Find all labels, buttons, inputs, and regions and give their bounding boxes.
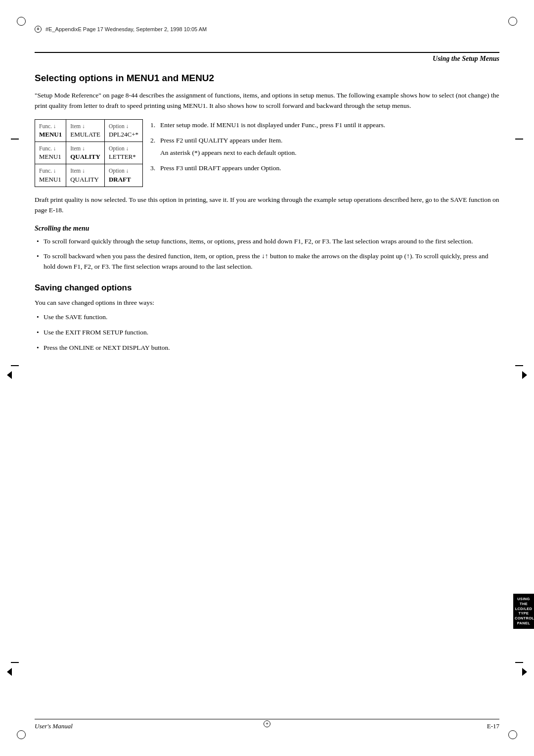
menu-table-container: Func. ↓ MENU1 Item ↓ EMULATE Option ↓ DP… <box>35 119 138 187</box>
step-text-2: Press F2 until QUALITY appears under Ite… <box>160 137 282 144</box>
list-item: 3. Press F3 until DRAFT appears under Op… <box>150 163 499 174</box>
right-arrow-bot <box>522 668 527 676</box>
table-cell-option2: Option ↓ LETTER* <box>104 142 142 164</box>
func-value-1: MENU1 <box>39 130 62 139</box>
option-label-3: Option ↓ <box>109 167 138 175</box>
corner-mark-br <box>504 726 519 741</box>
left-tick-top <box>11 139 19 140</box>
step-text-1: Enter setup mode. If MENU1 is not displa… <box>160 121 385 129</box>
item-label-2: Item ↓ <box>70 144 100 152</box>
step-number-3: 3. <box>150 163 155 174</box>
list-item: 1. Enter setup mode. If MENU1 is not dis… <box>150 120 499 131</box>
item-value-3: QUALITY <box>70 175 100 184</box>
item-label-3: Item ↓ <box>70 167 100 175</box>
side-tab-line2: LCD/LED TYPE <box>515 607 533 616</box>
table-cell-func1: Func. ↓ MENU1 <box>35 119 66 142</box>
table-row: Func. ↓ MENU1 Item ↓ QUALITY Option ↓ DR… <box>35 164 143 187</box>
side-tab-line1: USING THE <box>517 597 530 606</box>
func-label-2: Func. ↓ <box>39 144 62 152</box>
saving-section: Saving changed options You can save chan… <box>35 283 499 353</box>
func-value-3: MENU1 <box>39 175 62 184</box>
right-tick-top <box>514 139 523 140</box>
menu-table: Func. ↓ MENU1 Item ↓ EMULATE Option ↓ DP… <box>35 119 143 187</box>
section1-heading: Selecting options in MENU1 and MENU2 <box>35 73 499 84</box>
option-value-2: LETTER* <box>109 152 138 161</box>
list-item: Press the ONLINE or NEXT DISPLAY button. <box>35 343 499 353</box>
item-label-1: Item ↓ <box>70 122 100 130</box>
item-value-1: EMULATE <box>70 130 100 139</box>
step-number-1: 1. <box>150 120 155 131</box>
left-line-bot <box>11 662 19 663</box>
section-header-title: Using the Setup Menus <box>433 55 499 63</box>
steps-container: 1. Enter setup mode. If MENU1 is not dis… <box>150 119 499 187</box>
after-table-text: Draft print quality is now selected. To … <box>35 195 499 216</box>
func-label-1: Func. ↓ <box>39 122 62 130</box>
corner-mark-bl <box>15 726 30 741</box>
step-text-3: Press F3 until DRAFT appears under Optio… <box>160 164 281 172</box>
table-cell-item1: Item ↓ EMULATE <box>66 119 105 142</box>
func-value-2: MENU1 <box>39 152 62 161</box>
option-label-1: Option ↓ <box>109 122 138 130</box>
table-cell-item2: Item ↓ QUALITY <box>66 142 105 164</box>
footer-left: User's Manual <box>35 722 73 730</box>
side-tab-line3: CONTROL PANEL <box>515 616 534 625</box>
table-row: Func. ↓ MENU1 Item ↓ QUALITY Option ↓ LE… <box>35 142 143 164</box>
registration-mark-bottom <box>264 718 270 727</box>
item-value-2: QUALITY <box>70 152 100 161</box>
scrolling-bullets: To scroll forward quickly through the se… <box>35 236 499 273</box>
table-cell-option1: Option ↓ DPL24C+* <box>104 119 142 142</box>
left-arrow-bot <box>7 668 12 676</box>
option-value-3: DRAFT <box>109 175 138 184</box>
right-line-bot <box>515 662 523 663</box>
func-label-3: Func. ↓ <box>39 167 62 175</box>
left-arrow-mid <box>7 371 12 379</box>
file-info-bar: #E_AppendixE Page 17 Wednesday, Septembe… <box>35 26 499 33</box>
section-header: Using the Setup Menus <box>35 52 499 63</box>
footer-right: E-17 <box>487 722 499 730</box>
corner-mark-tr <box>504 15 519 30</box>
table-cell-func2: Func. ↓ MENU1 <box>35 142 66 164</box>
table-row: Func. ↓ MENU1 Item ↓ EMULATE Option ↓ DP… <box>35 119 143 142</box>
scrolling-heading: Scrolling the menu <box>35 225 499 233</box>
list-item: 2. Press F2 until QUALITY appears under … <box>150 136 499 158</box>
list-item: To scroll backward when you pass the des… <box>35 251 499 272</box>
saving-bullets: Use the SAVE function. Use the EXIT FROM… <box>35 312 499 353</box>
saving-heading: Saving changed options <box>35 283 499 293</box>
left-line-mid <box>11 365 19 366</box>
right-arrow-mid <box>522 371 527 379</box>
list-item: Use the EXIT FROM SETUP function. <box>35 328 499 338</box>
option-label-2: Option ↓ <box>109 144 138 152</box>
option-value-1: DPL24C+* <box>109 130 138 139</box>
corner-mark-tl <box>15 15 30 30</box>
side-tab: USING THE LCD/LED TYPE CONTROL PANEL <box>513 594 534 629</box>
step-note-2: An asterisk (*) appears next to each def… <box>160 148 499 158</box>
file-info-text: #E_AppendixE Page 17 Wednesday, Septembe… <box>45 26 207 32</box>
table-cell-func3: Func. ↓ MENU1 <box>35 164 66 187</box>
list-item: To scroll forward quickly through the se… <box>35 236 499 247</box>
table-cell-item3: Item ↓ QUALITY <box>66 164 105 187</box>
main-content: Using the Setup Menus Selecting options … <box>35 52 499 707</box>
scrolling-section: Scrolling the menu To scroll forward qui… <box>35 225 499 273</box>
right-line-mid <box>515 365 523 366</box>
table-steps-layout: Func. ↓ MENU1 Item ↓ EMULATE Option ↓ DP… <box>35 119 499 187</box>
saving-intro: You can save changed options in three wa… <box>35 298 499 308</box>
section1-intro: "Setup Mode Reference" on page 8-44 desc… <box>35 91 499 111</box>
step-number-2: 2. <box>150 136 155 146</box>
steps-list: 1. Enter setup mode. If MENU1 is not dis… <box>150 120 499 174</box>
table-cell-option3: Option ↓ DRAFT <box>104 164 142 187</box>
list-item: Use the SAVE function. <box>35 312 499 323</box>
registration-mark-top <box>35 26 42 33</box>
